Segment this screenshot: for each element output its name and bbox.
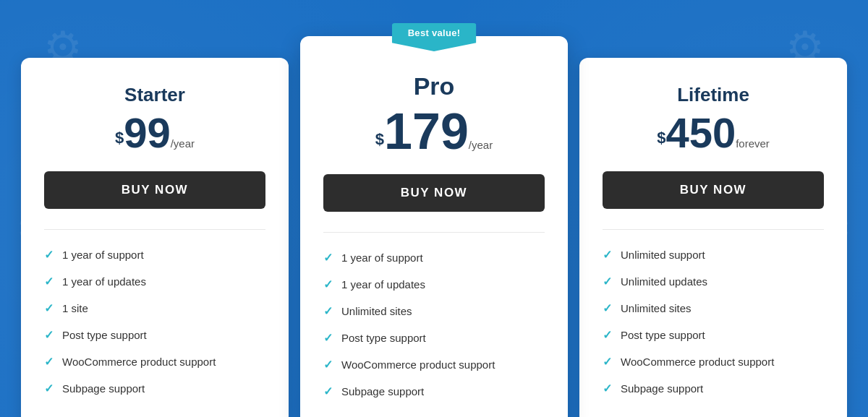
feature-item: ✓ Unlimited sites: [323, 298, 545, 324]
feature-label: Post type support: [341, 332, 426, 344]
feature-label: Unlimited updates: [621, 275, 707, 288]
check-icon: ✓: [323, 278, 333, 291]
feature-label: Post type support: [621, 329, 705, 341]
features-list: ✓ Unlimited support ✓ Unlimited updates …: [603, 241, 824, 402]
check-icon: ✓: [44, 355, 54, 369]
features-divider: [603, 229, 824, 230]
feature-item: ✓ Post type support: [44, 322, 265, 348]
price-period: forever: [736, 137, 770, 150]
plan-card-starter: Starter $99/year BUY NOW ✓ 1 year of sup…: [21, 58, 289, 417]
feature-label: Unlimited support: [621, 249, 705, 261]
check-icon: ✓: [44, 328, 54, 342]
check-icon: ✓: [323, 384, 333, 398]
features-divider: [323, 232, 545, 233]
check-icon: ✓: [323, 358, 333, 371]
feature-label: WooCommerce product support: [341, 358, 495, 371]
check-icon: ✓: [323, 331, 333, 345]
feature-label: Subpage support: [62, 382, 145, 395]
check-icon: ✓: [603, 328, 612, 342]
features-list: ✓ 1 year of support ✓ 1 year of updates …: [44, 241, 265, 402]
features-divider: [44, 229, 265, 230]
feature-item: ✓ WooCommerce product support: [323, 351, 545, 378]
feature-item: ✓ Subpage support: [603, 375, 824, 402]
check-icon: ✓: [603, 275, 612, 288]
plan-name: Lifetime: [603, 84, 824, 106]
plan-price: $179/year: [323, 106, 545, 157]
plan-card-lifetime: Lifetime $450forever BUY NOW ✓ Unlimited…: [579, 58, 847, 417]
feature-item: ✓ WooCommerce product support: [44, 348, 265, 375]
feature-item: ✓ 1 site: [44, 295, 265, 322]
feature-item: ✓ 1 year of updates: [44, 268, 265, 295]
price-dollar: $: [115, 129, 124, 147]
feature-item: ✓ 1 year of support: [44, 241, 265, 268]
price-dollar: $: [375, 130, 384, 148]
feature-item: ✓ Unlimited updates: [603, 268, 824, 295]
plan-card-pro: Best value! Pro $179/year BUY NOW ✓ 1 ye…: [300, 36, 568, 417]
feature-item: ✓ 1 year of support: [323, 244, 545, 271]
feature-label: 1 year of support: [341, 252, 423, 264]
feature-label: 1 year of support: [62, 249, 144, 261]
plan-price: $450forever: [603, 112, 824, 154]
plan-price: $99/year: [44, 112, 265, 154]
feature-item: ✓ WooCommerce product support: [603, 348, 824, 375]
buy-now-button[interactable]: BUY NOW: [44, 171, 265, 209]
plan-name: Starter: [44, 84, 265, 106]
feature-item: ✓ Post type support: [323, 324, 545, 351]
pricing-container: Starter $99/year BUY NOW ✓ 1 year of sup…: [14, 29, 854, 417]
check-icon: ✓: [323, 304, 333, 318]
price-amount: 99: [124, 109, 171, 156]
feature-label: WooCommerce product support: [62, 356, 216, 368]
feature-label: Unlimited sites: [621, 302, 692, 314]
buy-now-button[interactable]: BUY NOW: [603, 171, 824, 209]
feature-label: 1 site: [62, 302, 88, 314]
feature-item: ✓ Subpage support: [323, 378, 545, 405]
feature-item: ✓ Post type support: [603, 322, 824, 348]
check-icon: ✓: [44, 301, 54, 315]
buy-now-button[interactable]: BUY NOW: [323, 174, 545, 212]
feature-label: 1 year of updates: [62, 275, 146, 288]
feature-label: Subpage support: [341, 385, 424, 397]
check-icon: ✓: [603, 301, 612, 315]
feature-item: ✓ Subpage support: [44, 375, 265, 402]
feature-label: WooCommerce product support: [621, 356, 774, 368]
feature-item: ✓ Unlimited support: [603, 241, 824, 268]
price-amount: 450: [665, 109, 736, 156]
price-period: /year: [171, 137, 195, 150]
feature-item: ✓ 1 year of updates: [323, 271, 545, 298]
feature-label: Post type support: [62, 329, 147, 341]
price-period: /year: [469, 139, 493, 151]
check-icon: ✓: [44, 248, 54, 262]
feature-label: Unlimited sites: [341, 305, 412, 317]
feature-item: ✓ Unlimited sites: [603, 295, 824, 322]
price-amount: 179: [384, 103, 469, 160]
feature-label: Subpage support: [621, 382, 703, 395]
check-icon: ✓: [44, 275, 54, 288]
feature-label: 1 year of updates: [341, 278, 425, 291]
features-list: ✓ 1 year of support ✓ 1 year of updates …: [323, 244, 545, 405]
check-icon: ✓: [323, 251, 333, 265]
plan-name: Pro: [323, 72, 545, 100]
best-value-badge: Best value!: [392, 23, 477, 51]
price-dollar: $: [657, 129, 665, 147]
check-icon: ✓: [44, 382, 54, 395]
check-icon: ✓: [603, 248, 612, 262]
check-icon: ✓: [603, 382, 612, 395]
check-icon: ✓: [603, 355, 612, 369]
